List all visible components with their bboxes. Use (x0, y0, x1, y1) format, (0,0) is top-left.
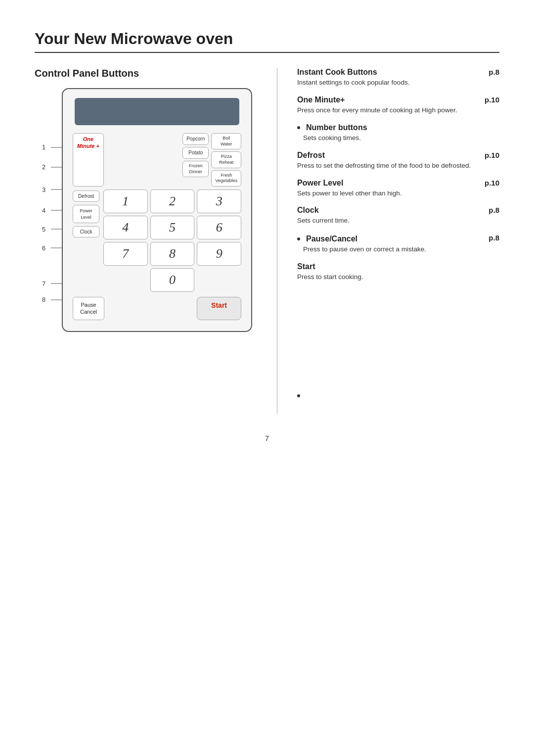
feature-desc-8: Press to start cooking. (297, 273, 499, 282)
callout-5: 5 (42, 226, 45, 233)
feature-name-7: Pause/Cancel (306, 235, 357, 243)
feature-item-6: Clock p.8 Sets current time. (297, 206, 499, 226)
side-buttons: Defrost PowerLevel Clock (73, 190, 99, 292)
feature-name-1: Instant Cook Buttons (297, 68, 377, 77)
feature-item-1: Instant Cook Buttons p.8 Instant setting… (297, 68, 499, 88)
num-5-button[interactable]: 5 (150, 216, 195, 239)
feature-desc-2: Press once for every minute of cooking a… (297, 106, 499, 115)
bottom-buttons-row: PauseCancel Start (70, 297, 244, 322)
feature-desc-5: Sets power to level other than high. (297, 189, 499, 198)
defrost-button[interactable]: Defrost (73, 190, 99, 202)
num-6-button[interactable]: 6 (197, 216, 241, 239)
num-7-button[interactable]: 7 (103, 242, 148, 266)
features-column: Instant Cook Buttons p.8 Instant setting… (292, 68, 499, 399)
microwave-panel: OneMinute + Popcorn Potato FrozenDinner … (62, 88, 252, 332)
feature-page-2: p.10 (485, 95, 499, 104)
column-divider (277, 68, 277, 414)
boil-water-button[interactable]: BoilWater (211, 133, 241, 149)
feature-page-5: p.10 (485, 179, 499, 187)
bullet-7 (297, 237, 300, 240)
num-8-button[interactable]: 8 (150, 242, 195, 266)
feature-item-5: Power Level p.10 Sets power to level oth… (297, 179, 499, 198)
extra-bullet (297, 394, 300, 397)
frozen-dinner-button[interactable]: FrozenDinner (182, 161, 209, 177)
feature-item-7: Pause/Cancel p.8 Press to pause oven or … (297, 234, 499, 254)
feature-desc-3: Sets cooking times. (297, 134, 499, 143)
top-buttons-row: OneMinute + Popcorn Potato FrozenDinner … (70, 133, 244, 187)
callout-8: 8 (42, 296, 45, 303)
instant-cook-buttons: Popcorn Potato FrozenDinner BoilWater Pi… (182, 133, 241, 187)
feature-item-4: Defrost p.10 Press to set the defrosting… (297, 151, 499, 171)
feature-name-3: Number buttons (306, 123, 367, 132)
feature-name-2: One Minute+ (297, 95, 345, 104)
page-title: Your New Microwave oven (35, 30, 499, 53)
fresh-vegetables-button[interactable]: FreshVegetables (211, 170, 241, 187)
display-screen (75, 98, 239, 125)
feature-name-6: Clock (297, 206, 319, 215)
num-9-button[interactable]: 9 (197, 242, 241, 266)
feature-name-5: Power Level (297, 179, 343, 188)
page-number: 7 (35, 434, 499, 442)
feature-name-4: Defrost (297, 151, 325, 160)
feature-page-6: p.8 (489, 206, 499, 214)
power-level-button[interactable]: PowerLevel (73, 205, 99, 223)
feature-page-4: p.10 (485, 151, 499, 159)
bullet-3 (297, 126, 300, 129)
feature-name-8: Start (297, 262, 315, 271)
feature-desc-4: Press to set the defrosting time of the … (297, 161, 499, 171)
one-minute-button[interactable]: OneMinute + (73, 133, 104, 187)
callout-3: 3 (42, 186, 45, 193)
num-0-button[interactable]: 0 (150, 268, 195, 292)
num-3-button[interactable]: 3 (197, 189, 241, 213)
pause-cancel-button[interactable]: PauseCancel (73, 297, 104, 320)
start-button[interactable]: Start (197, 297, 241, 320)
number-pad: 1 2 3 4 5 6 7 8 9 0 (103, 189, 241, 292)
feature-desc-7: Press to pause oven or correct a mistake… (297, 245, 499, 254)
num-2-button[interactable]: 2 (150, 189, 195, 213)
feature-page-7: p.8 (489, 234, 499, 242)
callout-7: 7 (42, 280, 45, 287)
keypad-area: Defrost PowerLevel Clock 1 2 3 4 5 6 (70, 189, 244, 292)
feature-page-1: p.8 (489, 68, 499, 76)
callout-6: 6 (42, 244, 45, 252)
potato-button[interactable]: Potato (182, 147, 209, 159)
features-list: Instant Cook Buttons p.8 Instant setting… (297, 68, 499, 282)
feature-desc-6: Sets current time. (297, 216, 499, 226)
feature-item-3: Number buttons Sets cooking times. (297, 123, 499, 143)
callout-4: 4 (42, 207, 45, 214)
callout-1: 1 (42, 143, 45, 151)
section-title: Control Panel Buttons (35, 68, 252, 79)
feature-item-8: Start Press to start cooking. (297, 262, 499, 282)
num-4-button[interactable]: 4 (103, 216, 148, 239)
feature-item-2: One Minute+ p.10 Press once for every mi… (297, 95, 499, 115)
feature-desc-1: Instant settings to cook popular foods. (297, 78, 499, 88)
clock-button[interactable]: Clock (73, 226, 99, 237)
pizza-reheat-button[interactable]: PizzaReheat (211, 151, 241, 168)
num-1-button[interactable]: 1 (103, 189, 148, 213)
callout-2: 2 (42, 163, 45, 171)
popcorn-button[interactable]: Popcorn (182, 133, 209, 145)
